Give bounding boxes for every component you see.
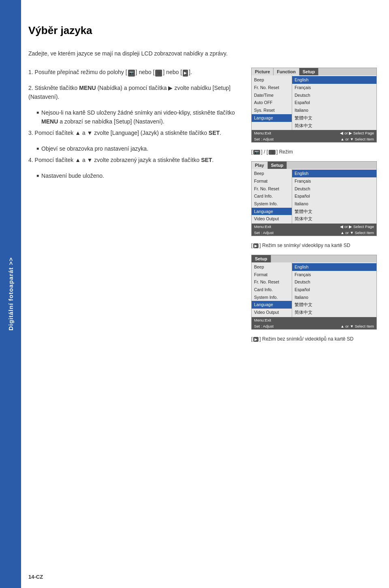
- screenshots-column: Picture Function Setup Beep Fr. No. Rese…: [251, 68, 377, 343]
- step-4-text: Pomocí tlačítek ▲ a ▼ zvolte zobrazený j…: [35, 157, 214, 163]
- menu-item-espanol-2: Español: [292, 192, 376, 200]
- menu-1-footer: Menu:Exit ◀ or ▶ Select Page: [252, 130, 376, 136]
- step-4-bullet-text: Nastavení bude uloženo.: [41, 171, 104, 180]
- step-2: 2. Stiskněte tlačítko MENU (Nabídka) a p…: [28, 83, 243, 102]
- step-3-bullet: Objeví se obrazovka pro nastavení jazyka…: [36, 144, 243, 153]
- step-3: 3. Pomocí tlačítek ▲ a ▼ zvolte [Languag…: [28, 128, 243, 137]
- step-1: 1. Posuňte přepínač režimu do polohy [📷]…: [28, 68, 243, 77]
- menu-2-footer: Menu:Exit ◀ or ▶ Select Page: [252, 224, 376, 230]
- menu-1-footer-exit: Menu:Exit: [254, 131, 271, 135]
- step-1-text: Posuňte přepínač režimu do polohy [📷] ne…: [35, 69, 192, 75]
- menu-item-francais-2: Français: [292, 177, 376, 185]
- menu-3-left: Beep Format Fr. No. Reset Card Info. Sys…: [252, 262, 292, 317]
- caption-3-play-icon: ▶: [253, 337, 259, 342]
- menu-item-videoout-2: Video Output: [252, 215, 292, 223]
- caption-3: [▶] Režim bez snímků/ videoklipů na kart…: [251, 336, 377, 342]
- menu-item-sysinfo-3: System Info.: [252, 294, 292, 301]
- menu-item-francais-1: Français: [292, 84, 376, 92]
- menu-3-right: English Français Deutsch Español Italian…: [292, 262, 376, 317]
- page-number: 14-CZ: [28, 574, 43, 580]
- menu-box-2: Play Setup Beep Format Fr. No. Reset Car…: [251, 161, 377, 236]
- menu-box-3: Setup Beep Format Fr. No. Reset Card Inf…: [251, 255, 377, 330]
- page-title: Výběr jazyka: [28, 24, 377, 37]
- menu-3-footer-select: ▲ or ▼ Select Item: [340, 324, 374, 328]
- menu-item-espanol-1: Español: [292, 99, 376, 107]
- caption-2: [▶] Režim se snímky/ videoklipy na kartě…: [251, 243, 377, 248]
- step-4-number: 4.: [28, 157, 35, 163]
- step-1-number: 1.: [28, 69, 35, 75]
- menu-item-videoout-3: Video Output: [252, 309, 292, 316]
- menu-2-tab-play: Play: [252, 162, 268, 169]
- menu-item-beep-3: Beep: [252, 263, 292, 271]
- menu-item-simp-chinese-3: 简体中文: [292, 309, 376, 316]
- menu-2-footer-set: Set : Adjust: [254, 230, 274, 235]
- menu-item-datetime-1: Date/Time: [252, 92, 292, 99]
- menu-3-header: Setup: [252, 255, 376, 262]
- camera-icon: 📷: [128, 70, 135, 76]
- menu-2-right: English Français Deutsch Español Italian…: [292, 169, 376, 224]
- step-3-set-bold: SET: [209, 130, 220, 136]
- sidebar-text: Digitální fotoaparát >>: [7, 257, 14, 330]
- menu-1-right: English Français Deutsch Español Italian…: [292, 75, 376, 130]
- menu-2-footer-exit: Menu:Exit: [254, 224, 271, 229]
- menu-2-footer-select: ▲ or ▼ Select Item: [340, 230, 374, 235]
- menu-2-body: Beep Format Fr. No. Reset Card Info. Sys…: [252, 169, 376, 224]
- menu-item-sysinfo-2: System Info.: [252, 200, 292, 208]
- menu-item-deutsch-1: Deutsch: [292, 92, 376, 99]
- menu-item-simp-chinese-1: 简体中文: [292, 122, 376, 130]
- video-icon: 🎥: [155, 70, 162, 76]
- menu-1-body: Beep Fr. No. Reset Date/Time Auto OFF Sy…: [252, 75, 376, 130]
- page-footer: 14-CZ: [28, 574, 43, 580]
- menu-item-beep-1: Beep: [252, 76, 292, 84]
- step-4-set-bold: SET: [201, 157, 212, 163]
- menu-item-english-2: English: [292, 170, 376, 177]
- menu-3-tab-setup: Setup: [252, 255, 271, 262]
- menu-item-beep-2: Beep: [252, 170, 292, 177]
- step-2-bold: MENU: [79, 85, 96, 91]
- step-2-text: Stiskněte tlačítko MENU (Nabídka) a pomo…: [28, 85, 231, 100]
- menu-3-footer2: Set : Adjust ▲ or ▼ Select Item: [252, 323, 376, 329]
- step-2-number: 2.: [28, 85, 35, 91]
- menu-item-language-3: Language: [252, 301, 292, 309]
- intro-text: Zadejte, ve kterém jazyce se mají na dis…: [28, 49, 377, 58]
- menu-item-italiano-3: Italiano: [292, 294, 376, 301]
- caption-2-play-icon: ▶: [253, 243, 259, 248]
- menu-2-tab-setup: Setup: [268, 162, 287, 169]
- menu-2-left: Beep Format Fr. No. Reset Card Info. Sys…: [252, 169, 292, 224]
- menu-item-trad-chinese-1: 繁體中文: [292, 114, 376, 122]
- menu-1-header: Picture Function Setup: [252, 68, 376, 75]
- menu-item-cardinfo-2: Card Info.: [252, 192, 292, 200]
- main-layout: 1. Posuňte přepínač režimu do polohy [📷]…: [28, 68, 377, 343]
- menu-item-format-2: Format: [252, 177, 292, 185]
- menu-1-tab-function: Function: [274, 68, 299, 75]
- step-2-menu-bold: MENU: [41, 118, 58, 125]
- menu-item-italiano-1: Italiano: [292, 107, 376, 114]
- step-3-number: 3.: [28, 130, 35, 136]
- step-3-bullet-text: Objeví se obrazovka pro nastavení jazyka…: [41, 144, 148, 153]
- menu-2-footer-page: ◀ or ▶ Select Page: [340, 224, 374, 229]
- menu-1-footer2: Set : Adjust ▲ or ▼ Select Item: [252, 136, 376, 142]
- menu-1-footer-set: Set : Adjust: [254, 137, 274, 141]
- menu-1-footer-page: ◀ or ▶ Select Page: [340, 131, 374, 135]
- caption-1-camera-icon: 📷: [253, 150, 260, 155]
- menu-3-footer-set: Set : Adjust: [254, 324, 274, 328]
- play-icon: ▶: [183, 70, 188, 76]
- menu-item-sysreset-1: Sys. Reset: [252, 107, 292, 114]
- menu-1-tab-picture: Picture: [252, 68, 274, 75]
- menu-3-body: Beep Format Fr. No. Reset Card Info. Sys…: [252, 262, 376, 317]
- menu-item-deutsch-2: Deutsch: [292, 185, 376, 193]
- sidebar: Digitální fotoaparát >>: [0, 0, 21, 588]
- menu-item-espanol-3: Español: [292, 286, 376, 294]
- menu-item-frno-2: Fr. No. Reset: [252, 185, 292, 193]
- menu-item-format-3: Format: [252, 271, 292, 279]
- step-4: 4. Pomocí tlačítek ▲ a ▼ zvolte zobrazen…: [28, 156, 243, 164]
- steps-column: 1. Posuňte přepínač režimu do polohy [📷]…: [28, 68, 243, 183]
- menu-item-english-3: English: [292, 263, 376, 271]
- caption-1-video-icon: 🎥: [269, 150, 276, 155]
- menu-item-trad-chinese-2: 繁體中文: [292, 208, 376, 215]
- menu-1-left: Beep Fr. No. Reset Date/Time Auto OFF Sy…: [252, 75, 292, 130]
- caption-1: [📷] / [🎥] Režim: [251, 149, 377, 155]
- menu-1-footer-select: ▲ or ▼ Select Item: [340, 137, 374, 141]
- menu-box-1: Picture Function Setup Beep Fr. No. Rese…: [251, 68, 377, 143]
- step-2-bullet-text: Nejsou-li na kartě SD uloženy žádné sním…: [41, 108, 243, 126]
